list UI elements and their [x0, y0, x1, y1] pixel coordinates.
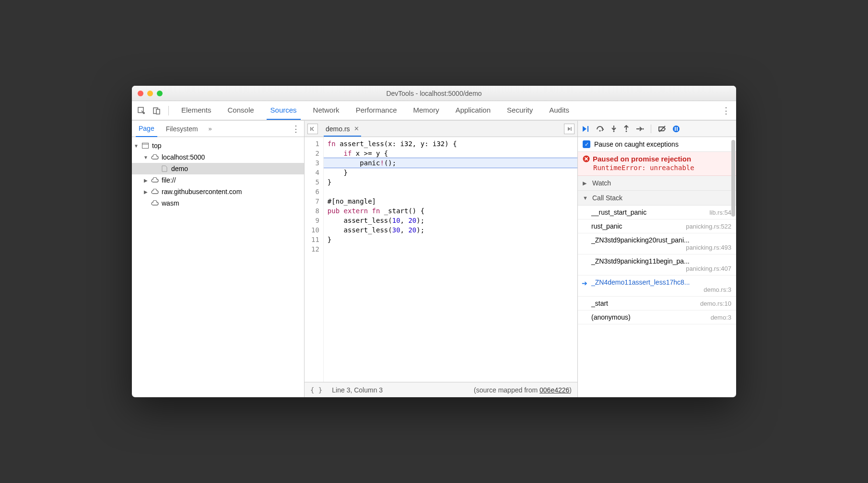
panel-tab-application[interactable]: Application	[452, 101, 494, 120]
step-over-icon[interactable]	[596, 126, 605, 132]
svg-rect-7	[587, 126, 588, 132]
main-toolbar: ElementsConsoleSourcesNetworkPerformance…	[132, 101, 736, 120]
tree-item[interactable]: ▼localhost:5000	[132, 151, 304, 163]
editor-statusbar: { } Line 3, Column 3 (source mapped from…	[305, 382, 577, 397]
pause-on-caught-label: Pause on caught exceptions	[594, 140, 679, 148]
debugger-toolbar	[578, 121, 736, 137]
step-icon[interactable]	[635, 126, 644, 132]
titlebar: DevTools - localhost:5000/demo	[132, 86, 736, 101]
filesystem-tab[interactable]: Filesystem	[163, 121, 201, 137]
step-into-icon[interactable]	[610, 125, 617, 133]
callstack-frame[interactable]: __rust_start_paniclib.rs:54	[578, 206, 736, 219]
source-map-info: (source mapped from 006e4226)	[474, 386, 572, 394]
tree-item[interactable]: ▶raw.githubusercontent.com	[132, 186, 304, 197]
svg-point-16	[673, 126, 680, 132]
panel-tab-performance[interactable]: Performance	[352, 101, 401, 120]
close-tab-icon[interactable]: ✕	[354, 125, 359, 132]
scrollbar[interactable]	[731, 140, 735, 217]
file-tab-label: demo.rs	[326, 125, 350, 133]
pause-reason-message: RuntimeError: unreachable	[583, 163, 731, 172]
page-tab[interactable]: Page	[136, 121, 157, 137]
tree-item[interactable]: demo	[132, 163, 304, 174]
devtools-window: DevTools - localhost:5000/demo ElementsC…	[132, 86, 736, 397]
editor-panel: demo.rs ✕ 123456789101112 fn assert_less…	[305, 121, 578, 397]
more-tabs-icon[interactable]: »	[209, 125, 212, 132]
panel-tab-console[interactable]: Console	[224, 101, 258, 120]
pause-on-caught-row[interactable]: ✓ Pause on caught exceptions	[578, 137, 736, 152]
pause-reason-box: Paused on promise rejection RuntimeError…	[578, 152, 736, 176]
source-map-link[interactable]: 006e4226	[540, 386, 569, 394]
callstack-frame[interactable]: _ZN3std9panicking20rust_pani...panicking…	[578, 233, 736, 254]
checkbox-checked-icon[interactable]: ✓	[583, 140, 590, 148]
svg-rect-18	[677, 127, 678, 131]
window-title: DevTools - localhost:5000/demo	[132, 90, 736, 97]
navigator-menu-icon[interactable]: ⋮	[292, 124, 300, 134]
tree-item[interactable]: ▶file://	[132, 174, 304, 186]
inspect-element-icon[interactable]	[135, 104, 148, 117]
error-icon	[583, 155, 590, 162]
panel-tab-sources[interactable]: Sources	[267, 101, 301, 120]
close-traffic-light[interactable]	[138, 91, 143, 96]
code-editor[interactable]: 123456789101112 fn assert_less(x: i32, y…	[305, 137, 577, 382]
tree-item[interactable]: ▼top	[132, 140, 304, 151]
svg-point-8	[599, 130, 601, 131]
svg-point-12	[626, 130, 627, 132]
callstack-frame[interactable]: _startdemo.rs:10	[578, 297, 736, 310]
callstack-frame[interactable]: (anonymous)demo:3	[578, 310, 736, 324]
svg-point-14	[643, 128, 644, 129]
callstack-section-header[interactable]: ▼Call Stack	[578, 191, 736, 206]
pretty-print-icon[interactable]: { }	[310, 386, 322, 394]
callstack-frame[interactable]: rust_panicpanicking.rs:522	[578, 219, 736, 233]
file-tab-demo-rs[interactable]: demo.rs ✕	[324, 121, 361, 137]
watch-section-header[interactable]: ▶Watch	[578, 176, 736, 191]
svg-rect-17	[675, 127, 676, 131]
panel-tabs: ElementsConsoleSourcesNetworkPerformance…	[177, 101, 717, 120]
resume-icon[interactable]	[582, 125, 590, 133]
zoom-traffic-light[interactable]	[157, 91, 163, 96]
device-toggle-icon[interactable]	[150, 104, 164, 117]
pause-on-exceptions-icon[interactable]	[672, 125, 680, 133]
panel-tab-memory[interactable]: Memory	[410, 101, 443, 120]
panel-tab-security[interactable]: Security	[503, 101, 537, 120]
nav-back-icon[interactable]	[307, 124, 318, 134]
debugger-panel: ✓ Pause on caught exceptions Paused on p…	[578, 121, 736, 397]
pause-reason-title: Paused on promise rejection	[593, 155, 691, 163]
file-tree: ▼top▼localhost:5000demo▶file://▶raw.gith…	[132, 137, 304, 397]
minimize-traffic-light[interactable]	[147, 91, 153, 96]
navigator-panel: Page Filesystem » ⋮ ▼top▼localhost:5000d…	[132, 121, 305, 397]
run-snippet-icon[interactable]	[564, 124, 575, 134]
panel-tab-audits[interactable]: Audits	[545, 101, 573, 120]
callstack-frame[interactable]: ➔_ZN4demo11assert_less17hc8...demo.rs:3	[578, 276, 736, 297]
cursor-position: Line 3, Column 3	[332, 386, 383, 394]
kebab-menu-icon[interactable]: ⋮	[719, 105, 733, 116]
svg-point-10	[613, 130, 615, 132]
svg-rect-2	[156, 109, 160, 114]
step-out-icon[interactable]	[623, 125, 630, 133]
panel-tab-elements[interactable]: Elements	[177, 101, 215, 120]
svg-rect-3	[142, 143, 149, 149]
callstack-frame[interactable]: _ZN3std9panicking11begin_pa...panicking.…	[578, 254, 736, 276]
panel-tab-network[interactable]: Network	[309, 101, 343, 120]
tree-item[interactable]: wasm	[132, 197, 304, 209]
deactivate-breakpoints-icon[interactable]	[658, 126, 667, 132]
